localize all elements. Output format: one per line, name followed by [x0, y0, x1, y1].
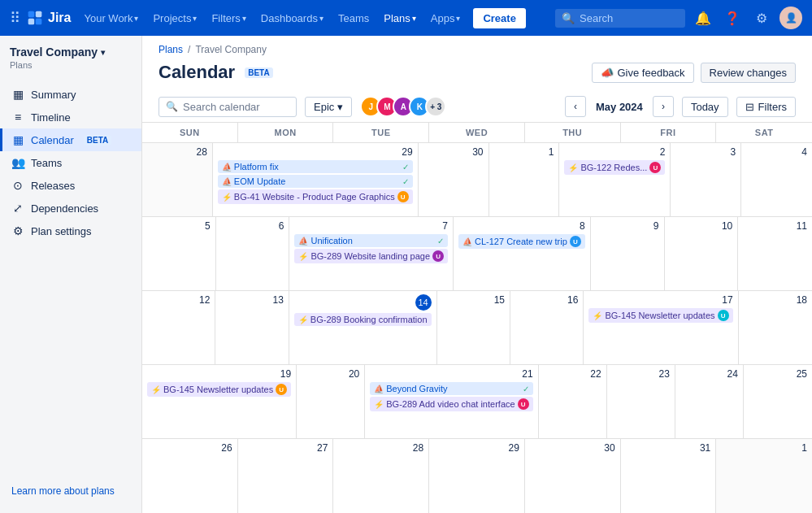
cal-day-4-4[interactable]: 30 — [525, 439, 621, 513]
sidebar-item-teams[interactable]: 👥 Teams — [0, 151, 141, 174]
global-search[interactable]: 🔍 — [555, 9, 685, 28]
nav-filters[interactable]: Filters ▾ — [205, 9, 252, 28]
notifications-icon[interactable]: 🔔 — [692, 7, 714, 29]
filters-button[interactable]: ⊟ Filters — [736, 97, 796, 117]
calendar-icon: ▦ — [11, 133, 24, 146]
cal-event-1-2-0[interactable]: ⛵Unification✓ — [294, 234, 448, 247]
nav-plans[interactable]: Plans ▾ — [377, 9, 423, 28]
cal-day-0-2[interactable]: 30 — [419, 143, 489, 216]
cal-event-3-0-0[interactable]: ⚡BG-145 Newsletter updatesU — [147, 382, 291, 397]
create-button[interactable]: Create — [473, 8, 525, 28]
cal-day-0-0[interactable]: 28 — [142, 143, 213, 216]
nav-projects[interactable]: Projects ▾ — [146, 9, 203, 28]
cal-day-2-2[interactable]: 14⚡BG-289 Booking confirmation — [289, 291, 437, 364]
cal-day-0-4[interactable]: 2⚡BG-122 Redes...U — [559, 143, 671, 216]
cal-event-2-5-0[interactable]: ⚡BG-145 Newsletter updatesU — [588, 308, 732, 323]
cal-day-1-4[interactable]: 9 — [591, 217, 665, 290]
cal-day-1-2[interactable]: 7⛵Unification✓⚡BG-289 Website landing pa… — [289, 217, 454, 290]
give-feedback-button[interactable]: 📣 Give feedback — [592, 63, 694, 83]
cal-day-2-5[interactable]: 17⚡BG-145 Newsletter updatesU — [584, 291, 738, 364]
cal-day-3-6[interactable]: 25 — [744, 365, 812, 438]
avatar-group: J M A K + 3 — [360, 96, 446, 117]
avatar-more[interactable]: + 3 — [425, 96, 446, 117]
page-title-row: Calendar BETA — [158, 62, 273, 83]
sidebar-item-timeline[interactable]: ≡ Timeline — [0, 106, 141, 128]
settings-icon[interactable]: ⚙ — [750, 7, 773, 29]
cal-day-1-0[interactable]: 5 — [142, 217, 216, 290]
cal-event-3-2-1[interactable]: ⚡BG-289 Add video chat interfaceU — [370, 397, 532, 411]
event-avatar: U — [397, 191, 409, 202]
sidebar-item-dependencies[interactable]: ⤢ Dependencies — [0, 197, 141, 220]
svg-rect-0 — [28, 11, 35, 18]
search-input[interactable] — [580, 12, 679, 24]
search-calendar[interactable]: 🔍 — [158, 97, 297, 117]
project-name[interactable]: Travel Company ▾ — [10, 46, 132, 59]
cal-day-3-3[interactable]: 22 — [539, 365, 607, 438]
sidebar-item-summary[interactable]: ▦ Summary — [0, 83, 141, 106]
cal-event-3-2-0[interactable]: ⛵Beyond Gravity✓ — [370, 382, 532, 395]
day-number: 28 — [338, 442, 423, 454]
cal-event-0-1-1[interactable]: ⛵EOM Update✓ — [218, 175, 413, 188]
logo[interactable]: Jira — [27, 10, 71, 26]
search-calendar-input[interactable] — [183, 101, 289, 113]
cal-day-0-5[interactable]: 3 — [671, 143, 741, 216]
cal-event-2-2-0[interactable]: ⚡BG-289 Booking confirmation — [294, 313, 432, 326]
cal-day-2-0[interactable]: 12 — [142, 291, 215, 364]
cal-day-1-6[interactable]: 11 — [738, 217, 812, 290]
grid-icon[interactable]: ⠿ — [10, 9, 20, 27]
sidebar-item-calendar[interactable]: ▦ Calendar BETA — [0, 128, 141, 151]
nav-your-work[interactable]: Your Work ▾ — [77, 9, 145, 28]
epic-filter-button[interactable]: Epic ▾ — [305, 97, 352, 117]
day-number: 5 — [147, 220, 211, 232]
cal-day-1-5[interactable]: 10 — [665, 217, 739, 290]
nav-teams[interactable]: Teams — [332, 9, 376, 28]
learn-more-link[interactable]: Learn more about plans — [11, 485, 115, 497]
event-type-icon: ⛵ — [374, 385, 384, 393]
cal-day-2-6[interactable]: 18 — [739, 291, 812, 364]
cal-day-4-5[interactable]: 31 — [621, 439, 717, 513]
cal-day-4-3[interactable]: 29 — [429, 439, 525, 513]
cal-day-3-1[interactable]: 20 — [297, 365, 365, 438]
cal-day-0-6[interactable]: 4 — [741, 143, 812, 216]
day-number: 1 — [721, 442, 807, 454]
day-number: 29 — [218, 146, 413, 158]
cal-event-1-3-0[interactable]: ⛵CL-127 Create new tripU — [458, 234, 585, 249]
cal-event-0-4-0[interactable]: ⚡BG-122 Redes...U — [564, 160, 665, 175]
cal-day-4-0[interactable]: 26 — [142, 439, 238, 513]
sidebar-item-plan-settings[interactable]: ⚙ Plan settings — [0, 220, 141, 242]
user-avatar[interactable]: 👤 — [779, 7, 802, 29]
next-month-button[interactable]: › — [653, 96, 674, 117]
day-number: 2 — [564, 146, 665, 158]
cal-event-0-1-2[interactable]: ⚡BG-41 Website - Product Page GraphicsU — [218, 189, 413, 204]
nav-dashboards[interactable]: Dashboards ▾ — [254, 9, 330, 28]
cal-day-3-5[interactable]: 24 — [675, 365, 744, 438]
day-number: 22 — [544, 368, 601, 380]
event-type-icon: ⚡ — [151, 385, 161, 394]
sidebar-item-releases[interactable]: ⊙ Releases — [0, 174, 141, 197]
cal-week-1: 567⛵Unification✓⚡BG-289 Website landing … — [142, 217, 812, 291]
event-text: Beyond Gravity — [386, 384, 519, 393]
cal-day-4-1[interactable]: 27 — [238, 439, 334, 513]
cal-day-2-3[interactable]: 15 — [437, 291, 510, 364]
nav-apps[interactable]: Apps ▾ — [424, 9, 467, 28]
cal-day-0-3[interactable]: 1 — [489, 143, 560, 216]
page-title: Calendar — [158, 62, 235, 83]
cal-day-0-1[interactable]: 29⛵Platform fix✓⛵EOM Update✓⚡BG-41 Websi… — [213, 143, 419, 216]
cal-day-3-4[interactable]: 23 — [607, 365, 675, 438]
help-icon[interactable]: ❓ — [721, 7, 744, 29]
cal-event-0-1-0[interactable]: ⛵Platform fix✓ — [218, 160, 413, 173]
cal-day-1-3[interactable]: 8⛵CL-127 Create new tripU — [454, 217, 591, 290]
day-number: 10 — [670, 220, 733, 232]
cal-event-1-2-1[interactable]: ⚡BG-289 Website landing pageU — [294, 249, 448, 263]
prev-month-button[interactable]: ‹ — [565, 96, 586, 117]
breadcrumb-plans[interactable]: Plans — [158, 44, 183, 55]
cal-day-1-1[interactable]: 6 — [216, 217, 290, 290]
cal-day-3-2[interactable]: 21⛵Beyond Gravity✓⚡BG-289 Add video chat… — [365, 365, 538, 438]
review-changes-button[interactable]: Review changes — [701, 63, 796, 83]
cal-day-4-2[interactable]: 28 — [333, 439, 429, 513]
cal-day-2-1[interactable]: 13 — [215, 291, 289, 364]
today-button[interactable]: Today — [682, 97, 728, 117]
cal-day-2-4[interactable]: 16 — [510, 291, 584, 364]
cal-day-3-0[interactable]: 19⚡BG-145 Newsletter updatesU — [142, 365, 297, 438]
cal-day-4-6[interactable]: 1 — [716, 439, 812, 513]
